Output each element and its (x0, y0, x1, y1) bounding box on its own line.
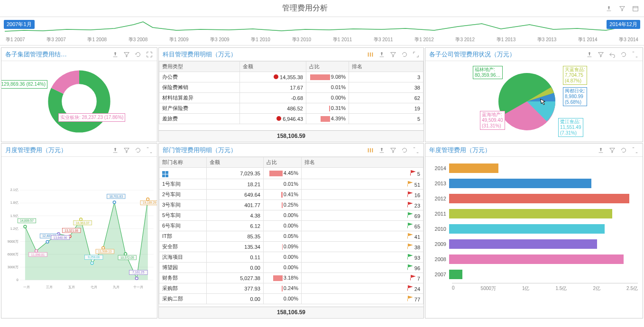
panel-yearly: 年度管理费用（万元） 20142013201220112010200920082… (425, 143, 643, 318)
table-row[interactable]: 安全部135.340.09% 38 (159, 242, 423, 252)
export-icon[interactable] (586, 51, 593, 58)
expand-icon[interactable] (412, 146, 420, 154)
bar-row[interactable]: 2010 (430, 222, 638, 236)
export-icon[interactable] (111, 146, 119, 154)
filter-icon[interactable] (123, 51, 130, 58)
bar-row[interactable]: 2014 (430, 162, 638, 175)
svg-text:7,161.25: 7,161.25 (132, 271, 144, 274)
table-row[interactable]: 1号车间18.210.01% 51 (159, 179, 423, 190)
svg-text:2.1亿: 2.1亿 (10, 188, 18, 192)
panel-dept-detail: 部门管理费用明细（万元） 部门名称金额占比排名 7,029.354.45% 51… (158, 143, 424, 318)
svg-text:18,701.83: 18,701.83 (109, 195, 123, 198)
yearly-bar-chart[interactable]: 20142013201220112010200920082007 05000万1… (425, 157, 643, 318)
refresh-icon[interactable] (620, 146, 627, 154)
table-row[interactable]: 5号车间4.380.00% 69 (159, 210, 423, 221)
pie-label: 天蓝食品:7,704.75(4.87%) (563, 66, 587, 85)
panel-title: 各子集团管理费用结… (5, 50, 111, 59)
export-icon[interactable] (378, 51, 386, 58)
calendar-icon[interactable] (632, 5, 639, 12)
svg-text:十一月: 十一月 (133, 285, 143, 289)
filter-icon[interactable] (389, 146, 397, 154)
filter-icon[interactable] (608, 146, 616, 154)
table-row[interactable]: 采购二部0.000.00% 77 (159, 294, 423, 304)
svg-text:三月: 三月 (46, 285, 53, 289)
bar-row[interactable]: 2008 (430, 253, 638, 266)
svg-point-34 (113, 201, 116, 204)
table-row[interactable]: 博望园0.000.00% 96 (159, 263, 423, 273)
table-row[interactable]: 财务部5,027.383.18% 7 (159, 273, 423, 283)
expand-icon[interactable] (146, 146, 153, 154)
timeline-selector[interactable]: 2007年1月 2014年12月 季1 2007季3 2007季1 2008季3… (0, 17, 644, 45)
undo-icon[interactable] (608, 51, 616, 58)
pie-label: 闽都日化:8,980.99(5.68%) (563, 87, 587, 106)
timeline-tick: 季1 2014 (578, 36, 598, 43)
bar-row[interactable]: 2009 (430, 237, 638, 251)
expand-icon[interactable] (631, 51, 639, 58)
table-row[interactable]: 滨海项目0.110.00% 93 (159, 252, 423, 263)
panel-title: 年度管理费用（万元） (429, 146, 597, 154)
timeline-tick: 季3 2008 (129, 36, 148, 43)
donut-chart[interactable]: 地产板块: 129,869.36 (82.14%)实业板块: 28,237.23… (1, 61, 157, 142)
svg-text:11,090.81: 11,090.81 (31, 253, 45, 256)
svg-text:0: 0 (17, 278, 18, 282)
svg-text:3000万: 3000万 (8, 265, 18, 269)
svg-text:11,509.13: 11,509.13 (98, 250, 112, 253)
export-icon[interactable] (597, 146, 605, 154)
expand-icon[interactable] (631, 146, 639, 154)
refresh-icon[interactable] (134, 51, 142, 58)
svg-point-32 (91, 262, 93, 264)
timeline-end-handle[interactable]: 2014年12月 (607, 20, 640, 29)
svg-point-31 (80, 218, 83, 221)
table-row[interactable]: 2号车间649.640.41% 16 (159, 190, 423, 200)
table-row[interactable]: 采购部377.930.24% 24 (159, 283, 423, 294)
filter-icon[interactable] (618, 5, 626, 12)
table-row[interactable]: IT部85.350.05% 41 (159, 231, 423, 242)
export-icon[interactable] (605, 5, 613, 12)
pie-label: 蓝海地产:49,509.40(31.31%) (480, 111, 505, 130)
bar-row[interactable]: 2007 (430, 268, 638, 281)
timeline-tick: 季1 2009 (169, 36, 189, 43)
table-row[interactable]: 办公费 14,355.389.08%3 (159, 72, 423, 82)
timeline-start-handle[interactable]: 2007年1月 (4, 20, 35, 29)
table-row[interactable]: 6号车间6.120.00% 65 (159, 221, 423, 231)
table-row[interactable]: 财产保险费486.520.31%19 (159, 103, 423, 114)
expand-icon[interactable] (412, 51, 420, 58)
company-pie-chart[interactable]: 福林地产:80,359.96…天蓝食品:7,704.75(4.87%)闽都日化:… (425, 61, 643, 142)
bar-row[interactable]: 2011 (430, 207, 638, 220)
filter-icon[interactable] (123, 146, 130, 154)
columns-icon[interactable] (367, 146, 374, 154)
table-row[interactable]: 7,029.354.45% 5 (159, 168, 423, 179)
svg-text:13,648.96: 13,648.96 (54, 236, 67, 239)
svg-point-28 (46, 240, 49, 243)
table-row[interactable]: 3号车间401.770.25% 23 (159, 200, 423, 210)
filter-icon[interactable] (597, 51, 605, 58)
table-row[interactable]: 材料结算差异-0.680.00%62 (159, 93, 423, 103)
svg-text:七月: 七月 (91, 285, 97, 289)
columns-icon[interactable] (367, 51, 374, 58)
svg-point-37 (147, 198, 149, 201)
svg-point-27 (35, 250, 38, 253)
svg-text:9000万: 9000万 (8, 240, 18, 244)
svg-point-33 (102, 246, 105, 249)
svg-text:19,189.29: 19,189.29 (143, 201, 156, 204)
export-icon[interactable] (378, 146, 386, 154)
bar-row[interactable]: 2013 (430, 177, 638, 190)
subject-table[interactable]: 费用类型金额占比排名 办公费 14,355.389.08%3保险费摊销17.67… (159, 61, 423, 124)
refresh-icon[interactable] (401, 146, 408, 154)
expand-icon[interactable] (146, 51, 153, 58)
svg-text:1.2亿: 1.2亿 (10, 227, 18, 231)
refresh-icon[interactable] (134, 146, 142, 154)
refresh-icon[interactable] (620, 51, 627, 58)
dept-table[interactable]: 部门名称金额占比排名 7,029.354.45% 51号车间18.210.01%… (159, 157, 423, 304)
bar-row[interactable]: 2012 (430, 192, 638, 205)
export-icon[interactable] (111, 51, 119, 58)
timeline-tick: 季3 2007 (46, 36, 66, 43)
refresh-icon[interactable] (401, 51, 408, 58)
donut-label: 实业板块: 28,237.23 (17.86%) (58, 113, 125, 122)
filter-icon[interactable] (389, 51, 397, 58)
table-row[interactable]: 差旅费 6,946.434.39%5 (159, 114, 423, 124)
panel-title: 科目管理费用明细（万元） (163, 50, 367, 59)
svg-text:一月: 一月 (23, 285, 30, 289)
table-row[interactable]: 保险费摊销17.670.01%38 (159, 82, 423, 93)
monthly-line-chart[interactable]: 2.1亿1.8亿1.5亿1.2亿9000万6000万3000万0一月三月五月七月… (1, 157, 157, 318)
